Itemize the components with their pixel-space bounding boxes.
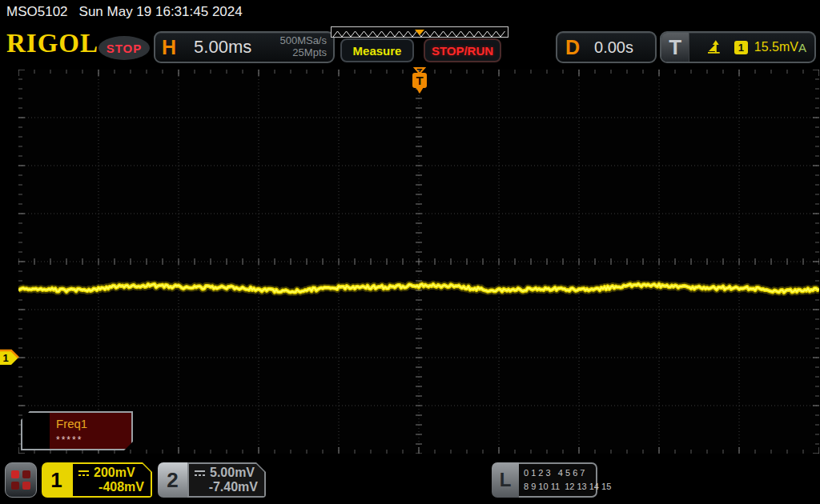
logic-channels-button[interactable]: L 0 1 2 3 4 5 6 7 8 9 10 11 12 13 14 15: [492, 462, 597, 498]
trigger-level-value: 15.5mV: [754, 40, 798, 54]
stop-run-button[interactable]: STOP/RUN: [424, 38, 501, 62]
model-name: MSO5102: [6, 4, 68, 20]
channel2-offset: -7.40mV: [194, 480, 258, 494]
trigger-marker-letter: T: [416, 74, 423, 87]
waveform-display-area[interactable]: [18, 70, 819, 454]
memory-depth: 25Mpts: [279, 47, 327, 59]
trigger-menu-button[interactable]: T 1 15.5mV A: [660, 31, 816, 63]
dc-coupling-icon: [78, 469, 90, 478]
delay-menu-button[interactable]: D 0.00s: [556, 31, 657, 63]
acquisition-state-badge: STOP: [98, 36, 150, 60]
top-info-bar: MSO5102 Sun May 19 16:31:45 2024: [0, 0, 820, 24]
acquisition-info: 500MSa/s 25Mpts: [279, 35, 327, 59]
measure-button[interactable]: Measure: [340, 38, 414, 62]
delay-value: 0.00s: [594, 38, 633, 57]
trigger-label: T: [661, 33, 689, 62]
channel1-tab: 1: [42, 462, 71, 498]
overview-zigzag: [332, 29, 508, 38]
horizontal-label: H: [162, 36, 176, 59]
channel1-position-marker[interactable]: 1: [0, 349, 19, 366]
channel1-marker-number: 1: [2, 352, 8, 364]
channel2-scale: 5.00mV: [210, 466, 255, 480]
logic-channel-list: 0 1 2 3 4 5 6 7 8 9 10 11 12 13 14 15: [519, 462, 597, 498]
channel2-tab: 2: [158, 462, 187, 498]
logic-row-0-7: 0 1 2 3 4 5 6 7: [524, 466, 596, 480]
logic-tab: L: [492, 462, 519, 498]
trigger-position-marker[interactable]: T: [405, 67, 434, 96]
rising-edge-trigger-icon: [707, 40, 722, 54]
trigger-source-badge: 1: [734, 41, 748, 54]
dc-coupling-icon: [194, 469, 206, 478]
channel1-offset: -408mV: [78, 480, 144, 494]
channel1-waveform: [18, 70, 819, 454]
measurement-item-freq1[interactable]: Freq1 *****: [21, 411, 133, 450]
trigger-sweep-mode: A: [798, 41, 806, 54]
channel2-status-button[interactable]: 2 5.00mV -7.40mV: [158, 462, 266, 498]
waveform-overview-bar[interactable]: [331, 26, 508, 38]
bottom-status-bar: 1 200mV -408mV 2: [0, 456, 820, 504]
channel1-scale: 200mV: [94, 466, 135, 480]
window-layout-button[interactable]: [5, 462, 37, 498]
channel1-status-button[interactable]: 1 200mV -408mV: [42, 462, 152, 498]
sample-rate: 500MSa/s: [279, 35, 327, 47]
timebase-value: 5.00ms: [194, 37, 251, 58]
horizontal-menu-button[interactable]: H 5.00ms 500MSa/s 25Mpts: [154, 31, 335, 63]
window-grid-icon: [11, 470, 30, 490]
measurement-title: Freq1: [56, 417, 87, 430]
delay-label: D: [565, 36, 580, 59]
measurement-value: *****: [56, 434, 82, 446]
datetime: Sun May 19 16:31:45 2024: [79, 4, 243, 20]
rigol-logo: RIGOL: [6, 29, 98, 58]
logic-row-8-15: 8 9 10 11 12 13 14 15: [524, 480, 596, 494]
